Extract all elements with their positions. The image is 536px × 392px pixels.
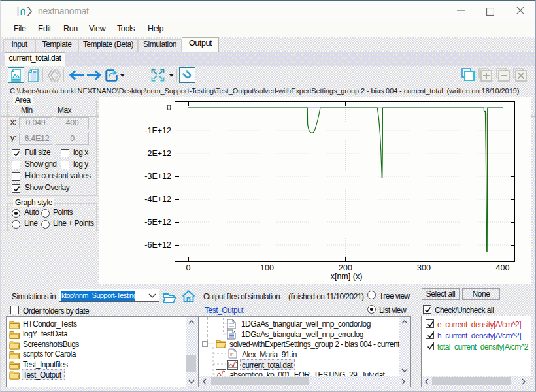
svg-text:-4E+12: -4E+12: [144, 195, 171, 204]
svg-text:in: in: [230, 352, 234, 357]
svg-text:0: 0: [186, 263, 191, 272]
svg-text:x[nm] (x): x[nm] (x): [331, 272, 363, 281]
svg-text:200: 200: [339, 263, 352, 272]
svg-text:100: 100: [260, 263, 274, 272]
svg-text:-1E+12: -1E+12: [144, 126, 171, 135]
svg-text:400: 400: [496, 263, 510, 272]
svg-text:-3E+12: -3E+12: [144, 172, 171, 181]
svg-text:-6E+12: -6E+12: [144, 240, 171, 250]
svg-text:0: 0: [167, 103, 171, 112]
svg-text:-5E+12: -5E+12: [144, 218, 171, 227]
svg-text:-2E+12: -2E+12: [144, 149, 171, 158]
svg-text:300: 300: [417, 263, 431, 272]
